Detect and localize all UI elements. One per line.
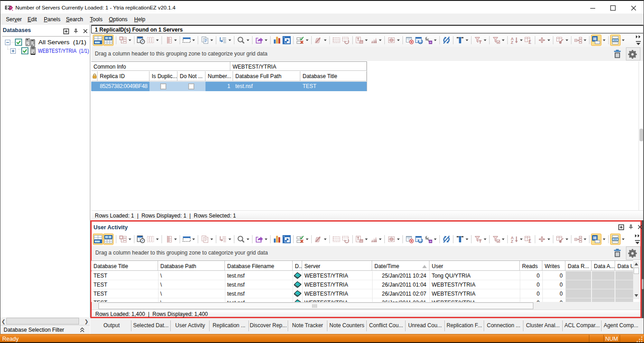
- svg-text:WEBTEST/YTRIA (1/1): WEBTEST/YTRIA (1/1): [38, 48, 89, 54]
- svg-text:All Servers (1/1): All Servers (1/1): [38, 39, 86, 46]
